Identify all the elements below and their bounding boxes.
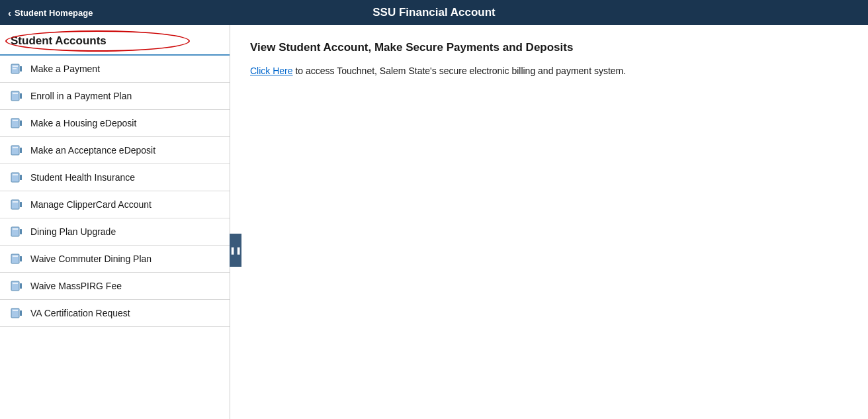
sidebar-item-waive-masspirg[interactable]: Waive MassPIRG Fee [0, 273, 230, 300]
sidebar-collapse-button[interactable]: ❚❚ [230, 234, 241, 267]
sidebar-item-label: Make an Acceptance eDeposit [30, 145, 155, 156]
svg-rect-1 [13, 66, 18, 67]
content-heading: View Student Account, Make Secure Paymen… [250, 41, 848, 54]
svg-rect-21 [20, 229, 22, 234]
collapse-icon: ❚❚ [230, 246, 241, 255]
sidebar-item-label: Manage ClipperCard Account [30, 199, 152, 210]
sidebar-item-enroll-payment-plan[interactable]: Enroll in a Payment Plan [0, 83, 230, 110]
sidebar-item-acceptance-edeposit[interactable]: Make an Acceptance eDeposit [0, 137, 230, 164]
svg-rect-17 [13, 201, 18, 203]
sidebar-item-label: Student Health Insurance [30, 172, 135, 183]
sidebar-item-label: Make a Housing eDeposit [30, 118, 136, 128]
content-body-text: to access Touchnet, Salem State's secure… [293, 66, 627, 76]
sidebar-item-label: VA Certification Request [30, 308, 130, 318]
svg-rect-30 [20, 310, 22, 316]
svg-rect-6 [20, 93, 22, 99]
sidebar-header-title: Student Accounts [11, 34, 107, 47]
sidebar-item-make-payment[interactable]: Make a Payment [0, 56, 230, 83]
sidebar-item-housing-edeposit[interactable]: Make a Housing eDeposit [0, 110, 230, 137]
sidebar-item-label: Make a Payment [30, 64, 100, 74]
svg-rect-29 [13, 310, 18, 311]
svg-rect-18 [20, 202, 22, 207]
touchnet-link[interactable]: Click Here [250, 66, 293, 76]
svg-rect-2 [13, 68, 17, 70]
svg-rect-20 [13, 228, 18, 230]
page-icon [11, 199, 24, 210]
svg-rect-14 [13, 174, 18, 175]
sidebar-item-clippercard[interactable]: Manage ClipperCard Account [0, 191, 230, 218]
page-icon [11, 145, 24, 156]
back-to-homepage-link[interactable]: ‹ Student Homepage [8, 7, 93, 19]
svg-rect-5 [13, 93, 18, 94]
page-icon [11, 254, 24, 264]
sidebar-header: Student Accounts [0, 25, 230, 56]
svg-rect-26 [13, 283, 18, 284]
sidebar-item-label: Waive Commuter Dining Plan [30, 254, 152, 264]
sidebar-item-label: Waive MassPIRG Fee [30, 281, 122, 291]
back-label: Student Homepage [15, 8, 93, 18]
sidebar-item-label: Dining Plan Upgrade [30, 226, 116, 237]
sidebar-item-dining-upgrade[interactable]: Dining Plan Upgrade [0, 218, 230, 246]
sidebar-item-label: Enroll in a Payment Plan [30, 91, 132, 101]
svg-rect-15 [20, 175, 22, 180]
svg-rect-11 [13, 147, 18, 148]
page-icon [11, 172, 24, 183]
page-icon [11, 64, 24, 74]
page-title: SSU Financial Account [372, 6, 495, 19]
svg-rect-3 [20, 66, 22, 71]
page-icon [11, 226, 24, 237]
page-icon [11, 308, 24, 318]
svg-rect-8 [13, 120, 18, 121]
sidebar-item-waive-commuter-dining[interactable]: Waive Commuter Dining Plan [0, 246, 230, 273]
sidebar-item-va-certification[interactable]: VA Certification Request [0, 300, 230, 327]
sidebar-item-health-insurance[interactable]: Student Health Insurance [0, 164, 230, 191]
page-icon [11, 281, 24, 291]
content-body: Click Here to access Touchnet, Salem Sta… [250, 64, 848, 78]
svg-rect-24 [20, 256, 22, 261]
svg-rect-27 [20, 283, 22, 289]
main-container: Student Accounts Make a Payment [0, 25, 868, 419]
svg-rect-23 [13, 256, 18, 257]
content-area: View Student Account, Make Secure Paymen… [230, 25, 868, 419]
page-icon [11, 118, 24, 128]
svg-rect-9 [20, 120, 22, 126]
page-icon [11, 91, 24, 101]
sidebar: Student Accounts Make a Payment [0, 25, 230, 419]
svg-rect-12 [20, 148, 22, 153]
back-arrow-icon: ‹ [8, 7, 11, 19]
top-nav-bar: ‹ Student Homepage SSU Financial Account [0, 0, 868, 25]
